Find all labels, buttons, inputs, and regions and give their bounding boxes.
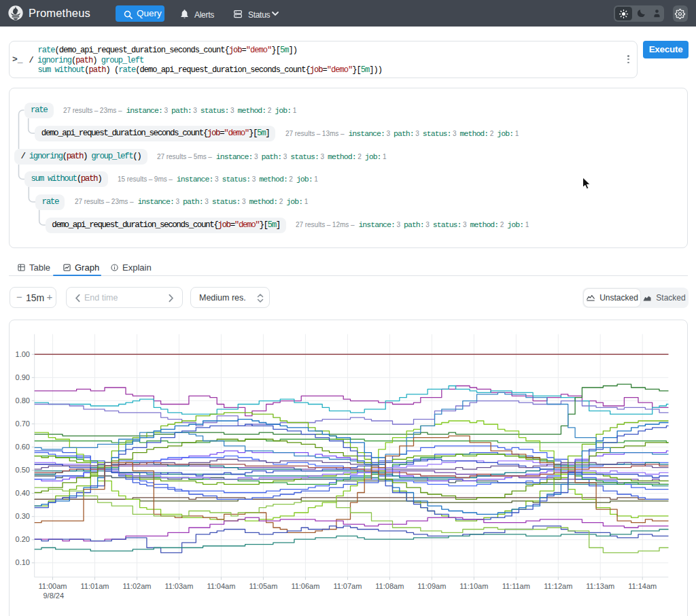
svg-text:0.60: 0.60 — [16, 443, 30, 451]
svg-text:0.20: 0.20 — [16, 535, 30, 543]
svg-text:11:06am: 11:06am — [291, 582, 319, 590]
svg-text:11:07am: 11:07am — [333, 582, 362, 590]
svg-text:11:09am: 11:09am — [417, 582, 446, 590]
svg-text:9/8/24: 9/8/24 — [44, 592, 65, 600]
svg-text:11:02am: 11:02am — [123, 582, 152, 590]
svg-text:11:08am: 11:08am — [375, 582, 404, 590]
svg-text:11:12am: 11:12am — [544, 582, 572, 590]
svg-text:11:13am: 11:13am — [586, 582, 614, 590]
svg-text:11:10am: 11:10am — [459, 582, 488, 590]
svg-text:0.70: 0.70 — [16, 420, 30, 428]
svg-text:11:05am: 11:05am — [249, 582, 277, 590]
svg-text:11:11am: 11:11am — [502, 582, 530, 590]
svg-text:0.80: 0.80 — [16, 396, 30, 405]
svg-text:0.90: 0.90 — [16, 373, 30, 381]
svg-text:0.10: 0.10 — [16, 558, 30, 566]
svg-text:11:04am: 11:04am — [207, 582, 235, 590]
svg-text:0.50: 0.50 — [16, 466, 30, 474]
svg-text:1.00: 1.00 — [16, 350, 30, 358]
svg-text:11:14am: 11:14am — [628, 582, 657, 590]
svg-text:0.30: 0.30 — [16, 512, 30, 520]
svg-text:11:03am: 11:03am — [164, 582, 193, 590]
svg-text:0.40: 0.40 — [16, 489, 30, 497]
svg-text:11:01am: 11:01am — [81, 582, 109, 590]
svg-text:11:00am: 11:00am — [39, 582, 67, 590]
